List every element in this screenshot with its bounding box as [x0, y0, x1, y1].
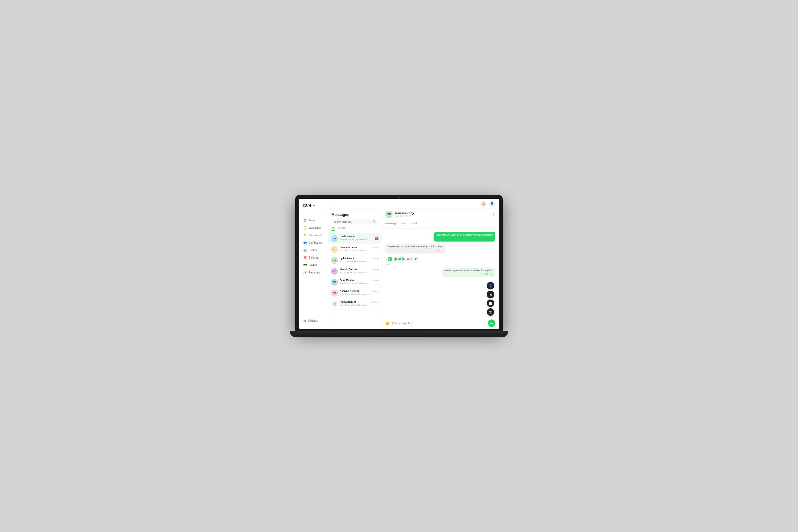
chat-header-info: Marilyn George Last Seen 09:40	[395, 212, 489, 217]
contact-item-davis[interactable]: DR Davis Rosser 2m Ago Sure! let me	[328, 233, 381, 244]
contact-name-row-davis: Davis Rosser 2m Ago	[340, 235, 379, 238]
top-bar: 🔔 👤	[328, 199, 499, 209]
filter-all-tab[interactable]: All	[331, 227, 335, 231]
laptop-base	[290, 331, 508, 337]
voice-duration: 00:24	[407, 258, 412, 260]
user-avatar-button[interactable]: 👤	[489, 201, 495, 207]
app-container: care ‹‹ ⏰ Tasks 📋 Vacancies	[299, 199, 499, 329]
reporting-icon: 📈	[303, 270, 307, 274]
chat-contact-name: Marilyn George	[395, 212, 489, 215]
wave-bar	[402, 257, 403, 261]
chat-more-button[interactable]: ⋮	[492, 212, 495, 216]
chat-input[interactable]	[392, 322, 486, 324]
channel-tab-email[interactable]: Email	[411, 222, 417, 226]
message-1-time: 09:40 ✓✓	[436, 237, 493, 240]
vacancies-icon: 📋	[303, 226, 307, 230]
filter-unread-tab[interactable]: Unread	[338, 227, 346, 231]
message-4-time: 09:00 ✓✓	[445, 273, 493, 276]
wave-bar	[397, 258, 397, 261]
contact-time-kierra: 2m Ago	[372, 301, 379, 303]
messages-body: Hello Marilyn! Can you let me know your …	[381, 229, 499, 317]
contact-item-emerson[interactable]: EL Emerson Levin 2m Ago You : Find out w…	[328, 244, 381, 255]
chat-input-area: 😊 ▶	[381, 317, 499, 329]
sidebar-item-candidates[interactable]: 👥 Candidates	[301, 239, 326, 246]
float-grid-button[interactable]: ⊞	[487, 291, 494, 298]
content-area: Messages 🔍 All Unread	[328, 209, 499, 329]
collapse-button[interactable]: ‹‹	[299, 211, 328, 216]
logo-dot	[313, 205, 315, 206]
search-input[interactable]	[334, 221, 371, 223]
contact-avatar-emerson: EL	[331, 246, 338, 253]
message-2-text: No problem. Am available from Monday 25t…	[388, 245, 443, 248]
pin-icon: 📌	[414, 258, 417, 261]
chat-area-wrapper: MG Marilyn George Last Seen 09:40 ⋮	[381, 209, 499, 329]
contact-item-lydia[interactable]: LF Lydia Franci 2m Ago You : Sure! let m…	[328, 255, 381, 266]
float-doc-button[interactable]: 📄	[487, 300, 494, 307]
contact-name-kierra: Kierra Calzoni	[340, 301, 356, 303]
contact-time-miracle: 2m Ago	[372, 268, 379, 270]
message-1-text: Hello Marilyn! Can you let me know your …	[436, 233, 493, 236]
channel-tab-whatsapp[interactable]: WhatsApp	[385, 222, 397, 226]
contact-info-emerson: Emerson Levin 2m Ago You : Find out who …	[340, 246, 379, 252]
sidebar-item-calendar[interactable]: 📅 Calendar	[301, 254, 326, 261]
sidebar-item-placements-label: Placements	[308, 234, 322, 237]
contact-name-row-ashlynn: Ashlynn Bergson 2m Ago	[340, 290, 379, 292]
channel-tab-sms[interactable]: SMS	[401, 222, 407, 226]
emoji-button[interactable]: 😊	[385, 321, 390, 325]
tasks-icon: ⏰	[303, 218, 307, 222]
main-content: 🔔 👤 Messages 🔍	[328, 199, 499, 329]
contact-time-emerson: 2m Ago	[372, 247, 379, 248]
channel-tabs: WhatsApp SMS Email	[381, 220, 499, 229]
contact-item-kierra[interactable]: KC Kierra Calzoni 2m Ago You : Sure! let…	[328, 299, 381, 310]
payroll-icon: 💳	[303, 263, 307, 267]
candidates-icon: 👥	[303, 241, 307, 244]
contact-item-zaire[interactable]: ZM Zaire Mango 2m Ago Sure! let me tell …	[328, 277, 381, 288]
person-icon: 👤	[489, 284, 492, 288]
sidebar-item-vacancies-label: Vacancies	[308, 226, 321, 229]
sidebar: care ‹‹ ⏰ Tasks 📋 Vacancies	[299, 199, 328, 329]
placements-icon: 📁	[303, 233, 307, 237]
sidebar-item-reporting-label: Reporting	[308, 271, 320, 274]
chat-area: MG Marilyn George Last Seen 09:40 ⋮	[381, 209, 499, 329]
notification-icon: 🔔	[482, 202, 486, 205]
message-2-time: 09:44 ○	[388, 249, 443, 252]
sidebar-item-tasks-label: Tasks	[308, 219, 316, 222]
notification-button[interactable]: 🔔	[480, 201, 487, 207]
contact-name-row-miracle: Miracle Botosh 2m Ago	[340, 268, 379, 270]
search-bar[interactable]: 🔍	[331, 219, 379, 225]
contact-avatar-lydia: LF	[331, 257, 338, 264]
float-video-button[interactable]: 📷	[487, 308, 494, 316]
contact-info-miracle: Miracle Botosh 2m Ago ua · ia · ol fdi ·…	[340, 268, 379, 273]
contact-item-ashlynn[interactable]: AB Ashlynn Bergson 2m Ago You : Sure! le…	[328, 288, 381, 299]
sidebar-item-tasks[interactable]: ⏰ Tasks	[301, 217, 326, 224]
contact-info-lydia: Lydia Franci 2m Ago You : Sure! let me t…	[340, 257, 379, 263]
logo-text: care	[303, 203, 311, 208]
contact-time-lydia: 2m Ago	[372, 258, 379, 259]
sidebar-item-clients-label: Clients	[308, 249, 317, 252]
sidebar-item-settings[interactable]: ⚙️ Settings	[301, 318, 326, 324]
contact-preview-kierra: You : Sure! let me tell you about w...	[340, 304, 369, 306]
logo: care	[299, 202, 328, 211]
contact-name-emerson: Emerson Levin	[340, 246, 357, 249]
contact-avatar-miracle: MB	[331, 268, 338, 275]
sidebar-item-payroll-label: Payroll	[308, 264, 317, 267]
calendar-icon: 📅	[303, 255, 307, 259]
contact-name-ashlynn: Ashlynn Bergson	[340, 290, 360, 292]
float-person-button[interactable]: 👤	[487, 282, 494, 289]
sidebar-item-payroll[interactable]: 💳 Payroll	[301, 262, 326, 268]
contact-name-lydia: Lydia Franci	[340, 257, 354, 260]
contact-name-miracle: Miracle Botosh	[340, 268, 357, 270]
sidebar-item-clients[interactable]: 🏢 Clients	[301, 247, 326, 253]
send-button[interactable]: ▶	[488, 320, 495, 327]
sidebar-item-placements[interactable]: 📁 Placements	[301, 232, 326, 239]
contact-item-miracle[interactable]: MB Miracle Botosh 2m Ago ua · ia · ol fd…	[328, 266, 381, 277]
sidebar-item-reporting[interactable]: 📈 Reporting	[301, 269, 326, 276]
contact-name-row-kierra: Kierra Calzoni 2m Ago	[340, 301, 379, 303]
screen: care ‹‹ ⏰ Tasks 📋 Vacancies	[299, 199, 499, 329]
wave-bar	[394, 259, 394, 260]
contact-time-davis: 2m Ago	[372, 236, 379, 238]
sidebar-item-vacancies[interactable]: 📋 Vacancies	[301, 224, 326, 231]
clients-icon: 🏢	[303, 248, 307, 252]
play-button[interactable]: ▶	[388, 257, 392, 261]
wave-bar	[395, 258, 395, 260]
